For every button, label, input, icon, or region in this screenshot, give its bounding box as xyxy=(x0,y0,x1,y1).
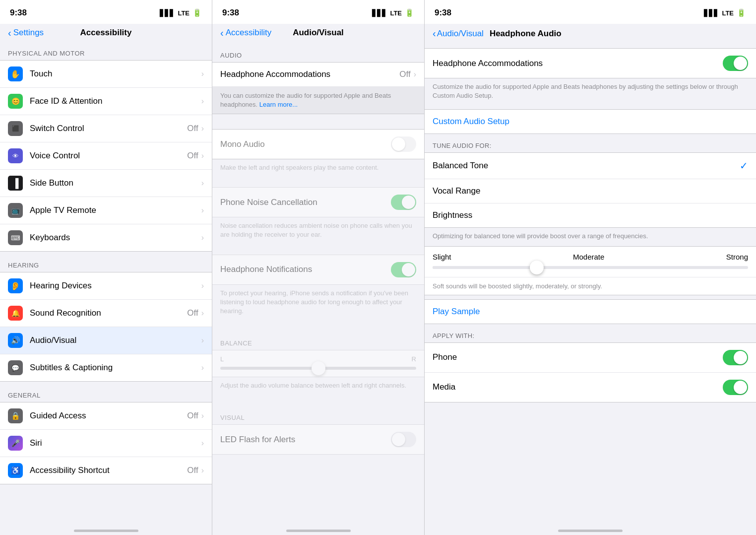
touch-label: Touch xyxy=(30,69,201,79)
mono-audio-toggle[interactable] xyxy=(391,136,416,152)
list-item-appletvremote[interactable]: 📺 Apple TV Remote › xyxy=(0,197,212,224)
tune-brightness-row[interactable]: Brightness xyxy=(425,203,756,227)
home-bar-3 xyxy=(558,530,623,532)
chevron-left-icon-3: ‹ xyxy=(433,28,436,39)
sidebutton-icon: ▐ xyxy=(8,176,23,191)
back-button-2[interactable]: ‹ Accessibility xyxy=(220,28,271,38)
status-time-2: 9:38 xyxy=(222,8,239,18)
siri-icon: 🎤 xyxy=(8,436,23,451)
noise-cancellation-label: Phone Noise Cancellation xyxy=(220,198,391,207)
balance-section-header: BALANCE xyxy=(212,331,424,350)
tune-vocal-range-label: Vocal Range xyxy=(433,186,748,196)
list-item-touch[interactable]: ✋ Touch › xyxy=(0,61,212,88)
list-item-faceid[interactable]: 😊 Face ID & Attention › xyxy=(0,88,212,115)
list-item-accessibilityshortcut[interactable]: ♿ Accessibility Shortcut Off › xyxy=(0,457,212,484)
headphone-accommodations-group: Headphone Accommodations Off › You can c… xyxy=(212,62,424,114)
accessibilityshortcut-chevron: › xyxy=(201,466,204,475)
guidedaccess-value: Off xyxy=(187,411,198,421)
apply-phone-row: Phone xyxy=(425,343,756,373)
headphone-accommodations-row[interactable]: Headphone Accommodations Off › xyxy=(212,63,424,87)
soundrecognition-value: Off xyxy=(187,308,198,318)
balance-track[interactable] xyxy=(220,367,416,370)
apply-phone-knob xyxy=(734,351,747,364)
play-sample-row[interactable]: Play Sample xyxy=(425,299,756,324)
appletvremote-icon: 📺 xyxy=(8,203,23,218)
slider-label-slight: Slight xyxy=(433,253,451,261)
panel-2-scroll: AUDIO Headphone Accommodations Off › You… xyxy=(212,43,424,526)
headphone-accommodations-label: Headphone Accommodations xyxy=(220,69,399,79)
custom-audio-setup-link[interactable]: Custom Audio Setup xyxy=(433,117,509,126)
list-item-sidebutton[interactable]: ▐ Side Button › xyxy=(0,170,212,197)
noise-cancellation-group: Phone Noise Cancellation xyxy=(212,187,424,217)
nav-bar-1: ‹ Settings Accessibility xyxy=(0,24,212,40)
list-item-subtitles[interactable]: 💬 Subtitles & Captioning › xyxy=(0,354,212,381)
list-item-siri[interactable]: 🎤 Siri › xyxy=(0,430,212,457)
sidebutton-label: Side Button xyxy=(30,178,201,188)
appletvremote-label: Apple TV Remote xyxy=(30,205,201,215)
general-group: 🔒 Guided Access Off › 🎤 Siri › ♿ Accessi… xyxy=(0,402,212,484)
section-header-physical: PHYSICAL AND MOTOR xyxy=(0,40,212,60)
home-indicator-1 xyxy=(0,526,212,535)
status-icons-3: ▋▋▋ LTE 🔋 xyxy=(704,8,746,17)
headphone-accommodations-chevron: › xyxy=(414,70,416,79)
back-label-1: Settings xyxy=(13,28,44,38)
balance-thumb xyxy=(312,361,325,375)
apply-media-label: Media xyxy=(433,382,723,392)
visual-section-header: VISUAL xyxy=(212,405,424,424)
noise-desc: Noise cancellation reduces ambient noise… xyxy=(212,217,424,244)
faceid-label: Face ID & Attention xyxy=(30,96,201,106)
hp-accommodations-toggle[interactable] xyxy=(723,56,748,71)
list-item-hearingdevices[interactable]: 👂 Hearing Devices › xyxy=(0,272,212,300)
notif-desc: To protect your hearing, iPhone sends a … xyxy=(212,285,424,321)
tune-vocal-range-row[interactable]: Vocal Range xyxy=(425,179,756,203)
panel-1-scroll: PHYSICAL AND MOTOR ✋ Touch › 😊 Face ID &… xyxy=(0,40,212,526)
noise-cancellation-toggle[interactable] xyxy=(391,195,416,210)
play-sample-link[interactable]: Play Sample xyxy=(433,307,480,316)
balance-label-r: R xyxy=(412,355,416,363)
status-bar-1: 9:38 ▋▋▋ LTE 🔋 xyxy=(0,0,212,24)
learn-more-link[interactable]: Learn more... xyxy=(259,101,298,108)
custom-audio-setup-row[interactable]: Custom Audio Setup xyxy=(425,109,756,134)
slider-track[interactable] xyxy=(433,266,748,269)
accessibilityshortcut-label: Accessibility Shortcut xyxy=(30,466,187,475)
tune-balanced-tone-label: Balanced Tone xyxy=(433,161,740,171)
panel-accessibility: 9:38 ▋▋▋ LTE 🔋 ‹ Settings Accessibility … xyxy=(0,0,212,535)
panel-audiovisual: 9:38 ▋▋▋ LTE 🔋 ‹ Accessibility Audio/Vis… xyxy=(212,0,425,535)
siri-label: Siri xyxy=(30,438,201,448)
noise-cancellation-knob xyxy=(402,196,415,209)
sidebutton-chevron: › xyxy=(201,179,204,188)
led-flash-row: LED Flash for Alerts xyxy=(212,425,424,454)
led-flash-toggle[interactable] xyxy=(391,432,416,447)
slider-track-area xyxy=(425,264,756,277)
hearingdevices-chevron: › xyxy=(201,281,204,290)
apply-media-toggle[interactable] xyxy=(723,380,748,395)
keyboards-icon: ⌨ xyxy=(8,230,23,245)
back-button-3[interactable]: ‹ Audio/Visual xyxy=(433,28,484,39)
voicecontrol-value: Off xyxy=(187,151,198,161)
tune-balanced-tone-row[interactable]: Balanced Tone ✓ xyxy=(425,153,756,179)
headphone-desc-area: You can customize the audio for supporte… xyxy=(212,87,424,114)
back-button-1[interactable]: ‹ Settings xyxy=(8,28,44,38)
slider-label-moderate: Moderate xyxy=(573,253,604,261)
chevron-left-icon-1: ‹ xyxy=(8,28,11,38)
nav-title-3: Headphone Audio xyxy=(490,29,562,39)
nav-title-1: Accessibility xyxy=(80,28,132,38)
list-item-keyboards[interactable]: ⌨ Keyboards › xyxy=(0,224,212,251)
apply-phone-toggle[interactable] xyxy=(723,350,748,365)
section-header-general: GENERAL xyxy=(0,382,212,402)
lte-label-2: LTE xyxy=(390,9,402,17)
list-item-audiovisual[interactable]: 🔊 Audio/Visual › xyxy=(0,327,212,354)
slider-thumb[interactable] xyxy=(530,261,544,274)
list-item-guidedaccess[interactable]: 🔒 Guided Access Off › xyxy=(0,402,212,430)
list-item-soundrecognition[interactable]: 🔔 Sound Recognition Off › xyxy=(0,300,212,327)
hp-accommodations-toggle-row: Headphone Accommodations xyxy=(425,49,756,78)
headphone-notifications-group: Headphone Notifications xyxy=(212,255,424,285)
switchcontrol-value: Off xyxy=(187,124,198,134)
audiovisual-icon: 🔊 xyxy=(8,333,23,348)
list-item-voicecontrol[interactable]: 👁 Voice Control Off › xyxy=(0,142,212,170)
headphone-notifications-toggle[interactable] xyxy=(391,262,416,277)
status-time-1: 9:38 xyxy=(10,8,27,18)
tune-audio-for-header: TUNE AUDIO FOR: xyxy=(425,134,756,152)
apply-media-row: Media xyxy=(425,373,756,402)
list-item-switchcontrol[interactable]: ⬛ Switch Control Off › xyxy=(0,115,212,142)
